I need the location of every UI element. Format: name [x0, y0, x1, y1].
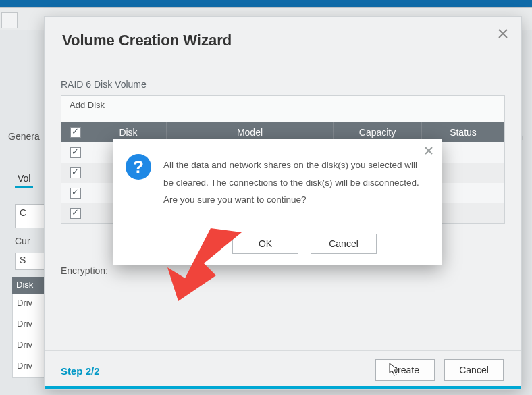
confirm-dialog: ? All the data and network shares on the…	[113, 139, 442, 265]
bg-drive-row[interactable]: Driv	[12, 357, 49, 378]
bg-button-c[interactable]: C	[15, 204, 47, 228]
bg-drive-row[interactable]: Driv	[12, 315, 49, 336]
window-titlebar	[0, 0, 532, 7]
cancel-button[interactable]: Cancel	[444, 359, 504, 381]
bg-label-general: Genera	[8, 131, 40, 142]
ok-button[interactable]: OK	[232, 234, 298, 254]
bg-label-cur: Cur	[15, 236, 38, 248]
step-indicator: Step 2/2	[61, 365, 100, 377]
add-disk-header: Add Disk	[61, 96, 504, 122]
accent-bar	[45, 386, 521, 389]
question-icon: ?	[126, 154, 151, 180]
divider	[61, 59, 505, 59]
row-checkbox[interactable]	[70, 167, 81, 178]
bg-button-s[interactable]: S	[15, 253, 45, 270]
close-icon[interactable]	[497, 28, 509, 40]
close-icon[interactable]	[424, 146, 433, 155]
cancel-button[interactable]: Cancel	[311, 234, 377, 254]
row-checkbox[interactable]	[70, 208, 81, 219]
encryption-label: Encryption:	[61, 265, 108, 276]
confirm-message: All the data and network shares on the d…	[163, 157, 427, 209]
bg-drive-row[interactable]: Driv	[12, 294, 49, 315]
tab-volumes[interactable]: Vol	[15, 173, 33, 188]
wizard-subtitle: RAID 6 Disk Volume	[61, 79, 147, 90]
select-all-checkbox[interactable]	[70, 127, 81, 138]
create-button[interactable]: Create	[375, 359, 435, 381]
wizard-footer: Step 2/2 Create Cancel	[45, 350, 521, 389]
row-checkbox[interactable]	[70, 188, 81, 199]
header-checkbox-cell[interactable]	[61, 122, 90, 142]
row-checkbox[interactable]	[70, 147, 81, 158]
toolbar-button[interactable]	[1, 12, 18, 28]
bg-drive-row[interactable]: Driv	[12, 336, 49, 357]
wizard-title: Volume Creation Wizard	[62, 32, 232, 49]
